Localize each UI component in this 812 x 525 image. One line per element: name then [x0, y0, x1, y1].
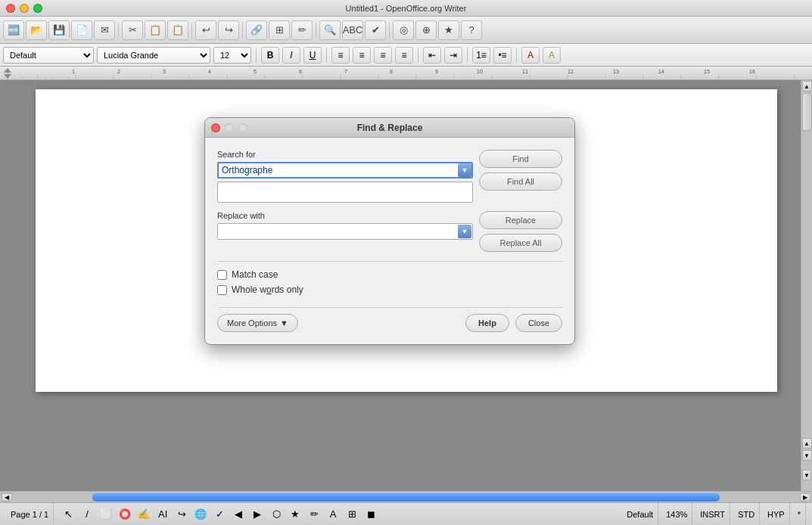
star-button[interactable]: ★: [438, 20, 459, 40]
pdf-button[interactable]: 📄: [71, 20, 92, 40]
dialog-maximize-icon[interactable]: [238, 123, 247, 132]
align-left-button[interactable]: ≡: [331, 47, 350, 64]
edit-mode-icon[interactable]: ✍: [135, 506, 152, 523]
save-button[interactable]: 💾: [48, 20, 70, 40]
close-button[interactable]: [6, 4, 15, 13]
autocorrect-button[interactable]: ✔: [365, 20, 386, 40]
svg-text:2: 2: [117, 69, 120, 74]
paste-button[interactable]: 📋: [167, 20, 188, 40]
navigator-button[interactable]: ◎: [393, 20, 414, 40]
cut-button[interactable]: ✂: [122, 20, 143, 40]
find-replace-dialog[interactable]: Find & Replace Search for ▼ Find: [204, 117, 575, 345]
undo-button[interactable]: ↩: [195, 20, 216, 40]
replace-dropdown-arrow[interactable]: ▼: [458, 225, 471, 238]
replace-label: Replace with: [217, 211, 473, 220]
replace-button[interactable]: Replace: [479, 211, 562, 229]
svg-text:1: 1: [72, 69, 75, 74]
zoom-button[interactable]: ⊕: [415, 20, 437, 40]
search-extra-area[interactable]: [217, 182, 473, 203]
circle-tool-icon[interactable]: ⭕: [117, 506, 133, 523]
align-right-button[interactable]: ≡: [374, 47, 392, 64]
numbering-button[interactable]: 1≡: [472, 47, 490, 64]
navigate-left-icon[interactable]: ◀: [230, 506, 247, 523]
copy-button[interactable]: 📋: [145, 20, 166, 40]
scroll-down-button[interactable]: ▼: [802, 450, 812, 461]
spellcheck-button[interactable]: ABC: [342, 20, 363, 40]
horizontal-scrollbar[interactable]: ◀ ▶: [0, 491, 812, 502]
align-center-button[interactable]: ≡: [353, 47, 371, 64]
find-button[interactable]: 🔍: [319, 20, 341, 40]
highlight-button[interactable]: A: [543, 47, 561, 64]
paragraph-style-select[interactable]: Default: [3, 47, 94, 64]
ruler: │ 1 2 3 4 5 6 7 8 9 10 11 12 13 14 15 16: [0, 67, 812, 80]
bullets-button[interactable]: •≡: [493, 47, 512, 64]
font-icon[interactable]: A: [325, 506, 341, 523]
star-draw-icon[interactable]: ★: [287, 506, 303, 523]
horizontal-scrollbar-thumb[interactable]: [92, 493, 720, 502]
replace-input[interactable]: [217, 223, 473, 240]
match-case-checkbox[interactable]: [217, 270, 227, 280]
font-name-select[interactable]: Lucida Grande: [97, 47, 210, 64]
hyp-label: HYP: [767, 510, 785, 519]
separator-fmt-3: [418, 48, 418, 63]
more-options-button[interactable]: More Options ▼: [217, 314, 298, 332]
maximize-button[interactable]: [33, 4, 42, 13]
vertical-scrollbar[interactable]: ▲ ▲ ▼ ▼: [801, 80, 812, 491]
minimize-button[interactable]: [20, 4, 29, 13]
insert-arrow-icon[interactable]: ↪: [173, 506, 190, 523]
open-button[interactable]: 📂: [26, 20, 47, 40]
find-button[interactable]: Find: [479, 150, 562, 168]
zoom-section: 143%: [661, 503, 692, 525]
search-input[interactable]: [217, 162, 473, 179]
table-button[interactable]: ⊞: [269, 20, 290, 40]
separator-fmt-4: [467, 48, 468, 63]
dialog-title-bar: Find & Replace: [205, 118, 574, 138]
whole-words-checkbox[interactable]: [217, 285, 227, 295]
draw-icon[interactable]: ✏: [306, 506, 322, 523]
new-button[interactable]: 🆕: [3, 20, 24, 40]
scroll-right-button[interactable]: ▶: [800, 493, 810, 502]
find-all-button[interactable]: Find All: [479, 172, 562, 191]
shadow-icon[interactable]: ◼: [362, 506, 379, 523]
navigate-right-icon[interactable]: ▶: [249, 506, 266, 523]
scroll-bottom-button[interactable]: ▼: [802, 470, 811, 480]
svg-text:11: 11: [522, 69, 528, 74]
separator-2: [191, 23, 192, 38]
page-info: Page 1 / 1: [11, 510, 48, 519]
select-mode-icon[interactable]: ↖: [60, 506, 76, 523]
help-button[interactable]: Help: [465, 314, 509, 332]
indent-right-button[interactable]: ⇥: [444, 47, 462, 64]
show-draw-button[interactable]: ✏: [291, 20, 313, 40]
bold-button[interactable]: B: [261, 47, 279, 64]
svg-text:12: 12: [568, 69, 574, 74]
insert-label: INSRT: [700, 510, 725, 519]
replace-all-button[interactable]: Replace All: [479, 234, 562, 252]
scroll-left-button[interactable]: ◀: [2, 493, 12, 502]
indent-left-button[interactable]: ⇤: [423, 47, 441, 64]
hyperlink-button[interactable]: 🔗: [246, 20, 267, 40]
redo-button[interactable]: ↪: [218, 20, 239, 40]
globe-icon[interactable]: 🌐: [192, 506, 209, 523]
help-button[interactable]: ?: [461, 20, 482, 40]
table-icon[interactable]: ⊞: [344, 506, 360, 523]
shapes-icon[interactable]: ⬡: [268, 506, 285, 523]
ai-icon[interactable]: AI: [154, 506, 171, 523]
italic-button[interactable]: I: [282, 47, 300, 64]
dialog-close-icon[interactable]: [211, 123, 220, 132]
search-label: Search for: [217, 150, 473, 159]
rectangle-tool-icon[interactable]: ⬜: [98, 506, 114, 523]
options-section: Match case Whole words only: [217, 261, 562, 295]
underline-button[interactable]: U: [303, 47, 322, 64]
font-color-button[interactable]: A: [521, 47, 540, 64]
line-tool-icon[interactable]: /: [79, 506, 95, 523]
search-dropdown-arrow[interactable]: ▼: [458, 163, 471, 177]
font-size-select[interactable]: 12: [213, 47, 251, 64]
email-button[interactable]: ✉: [94, 20, 115, 40]
scroll-up-button[interactable]: ▲: [802, 438, 812, 449]
dialog-minimize-icon[interactable]: [225, 123, 234, 132]
close-button[interactable]: Close: [515, 314, 562, 332]
spellcheck-icon[interactable]: ✓: [211, 506, 228, 523]
align-justify-button[interactable]: ≡: [395, 47, 413, 64]
dialog-body: Search for ▼ Find Find All: [205, 138, 574, 344]
scrollbar-thumb[interactable]: [802, 93, 812, 131]
